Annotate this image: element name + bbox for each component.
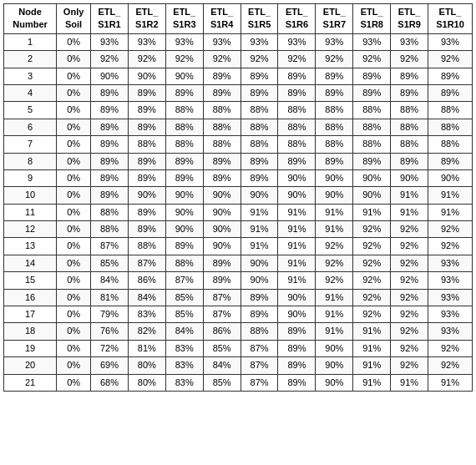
data-cell: 87% (165, 272, 203, 289)
col-header-only-soil: OnlySoil (57, 4, 91, 34)
data-cell: 0% (57, 306, 91, 323)
data-cell: 92% (428, 238, 473, 255)
table-row: 130%87%88%89%90%91%91%92%92%92%92% (4, 238, 473, 255)
data-cell: 91% (278, 204, 316, 220)
data-cell: 88% (428, 102, 473, 119)
node-number-cell: 8 (4, 153, 57, 169)
data-cell: 85% (91, 255, 129, 271)
data-cell: 88% (316, 102, 353, 119)
data-cell: 88% (278, 119, 316, 135)
table-row: 30%90%90%90%89%89%89%89%89%89%89% (4, 68, 473, 84)
data-cell: 82% (128, 323, 165, 340)
data-cell: 89% (241, 289, 278, 306)
data-cell: 89% (241, 169, 278, 186)
data-cell: 88% (316, 136, 353, 153)
data-cell: 92% (316, 238, 353, 255)
data-cell: 89% (278, 323, 316, 340)
data-cell: 93% (353, 33, 391, 50)
node-number-cell: 3 (4, 68, 57, 84)
data-cell: 92% (428, 340, 473, 356)
data-cell: 90% (91, 68, 129, 84)
data-cell: 92% (391, 340, 428, 356)
data-cell: 0% (57, 102, 91, 119)
col-header-etl-s1r10: ETL_S1R10 (428, 4, 473, 34)
data-cell: 0% (57, 33, 91, 50)
data-cell: 89% (278, 68, 316, 84)
data-cell: 88% (278, 102, 316, 119)
table-container: NodeNumberOnlySoilETL_S1R1ETL_S1R2ETL_S1… (0, 0, 476, 395)
data-cell: 90% (165, 221, 203, 238)
node-number-cell: 2 (4, 51, 57, 68)
data-cell: 88% (165, 255, 203, 271)
data-cell: 89% (203, 272, 241, 289)
data-cell: 88% (278, 136, 316, 153)
data-cell: 0% (57, 340, 91, 356)
data-cell: 92% (353, 221, 391, 238)
data-cell: 89% (128, 169, 165, 186)
data-cell: 0% (57, 153, 91, 169)
data-cell: 89% (91, 169, 129, 186)
data-cell: 89% (391, 153, 428, 169)
data-cell: 89% (128, 221, 165, 238)
data-cell: 87% (203, 289, 241, 306)
data-cell: 88% (128, 238, 165, 255)
data-cell: 89% (203, 255, 241, 271)
data-cell: 89% (241, 153, 278, 169)
data-cell: 91% (353, 204, 391, 220)
data-cell: 89% (316, 153, 353, 169)
data-cell: 93% (428, 306, 473, 323)
col-header-etl-s1r6: ETL_S1R6 (278, 4, 316, 34)
data-cell: 89% (203, 68, 241, 84)
data-cell: 92% (278, 51, 316, 68)
data-cell: 85% (203, 340, 241, 356)
data-cell: 85% (203, 374, 241, 391)
data-cell: 89% (203, 153, 241, 169)
data-cell: 83% (165, 357, 203, 374)
data-cell: 90% (203, 187, 241, 204)
data-cell: 89% (203, 169, 241, 186)
data-cell: 0% (57, 323, 91, 340)
data-cell: 92% (316, 51, 353, 68)
table-row: 160%81%84%85%87%89%90%91%92%92%93% (4, 289, 473, 306)
data-cell: 90% (128, 187, 165, 204)
col-header-etl-s1r4: ETL_S1R4 (203, 4, 241, 34)
data-cell: 88% (241, 119, 278, 135)
data-cell: 90% (278, 306, 316, 323)
data-table: NodeNumberOnlySoilETL_S1R1ETL_S1R2ETL_S1… (3, 3, 473, 392)
data-cell: 90% (316, 374, 353, 391)
data-cell: 91% (353, 374, 391, 391)
data-cell: 0% (57, 51, 91, 68)
table-row: 20%92%92%92%92%92%92%92%92%92%92% (4, 51, 473, 68)
data-cell: 89% (278, 374, 316, 391)
col-header-etl-s1r2: ETL_S1R2 (128, 4, 165, 34)
data-cell: 91% (353, 340, 391, 356)
data-cell: 92% (316, 272, 353, 289)
node-number-cell: 9 (4, 169, 57, 186)
node-number-cell: 10 (4, 187, 57, 204)
data-cell: 91% (316, 306, 353, 323)
data-cell: 91% (278, 272, 316, 289)
node-number-cell: 14 (4, 255, 57, 271)
data-cell: 88% (241, 102, 278, 119)
data-cell: 90% (128, 68, 165, 84)
data-cell: 88% (428, 136, 473, 153)
data-cell: 87% (203, 306, 241, 323)
data-cell: 69% (91, 357, 129, 374)
data-cell: 89% (91, 119, 129, 135)
data-cell: 90% (278, 289, 316, 306)
data-cell: 92% (428, 221, 473, 238)
data-cell: 92% (391, 289, 428, 306)
data-cell: 92% (353, 272, 391, 289)
data-cell: 88% (165, 136, 203, 153)
data-cell: 92% (391, 272, 428, 289)
data-cell: 83% (165, 340, 203, 356)
table-row: 110%88%89%90%90%91%91%91%91%91%91% (4, 204, 473, 220)
data-cell: 90% (203, 204, 241, 220)
col-header-etl-s1r7: ETL_S1R7 (316, 4, 353, 34)
data-cell: 84% (203, 357, 241, 374)
data-cell: 88% (353, 119, 391, 135)
data-cell: 90% (316, 357, 353, 374)
data-cell: 89% (353, 68, 391, 84)
node-number-cell: 19 (4, 340, 57, 356)
data-cell: 93% (428, 323, 473, 340)
